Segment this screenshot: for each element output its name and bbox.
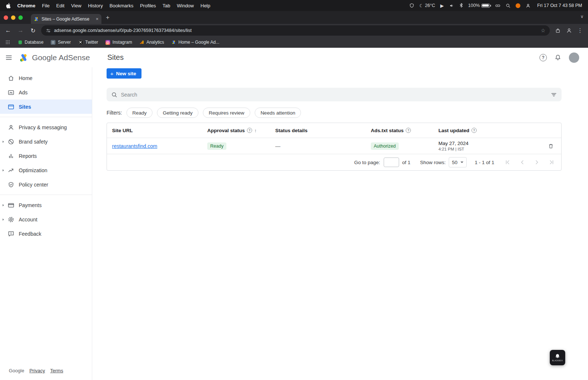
sidebar-item-brand-safety[interactable]: Brand safety (0, 134, 92, 149)
site-settings-icon[interactable] (46, 28, 51, 33)
sidebar-item-ads[interactable]: Ads (0, 85, 92, 99)
first-page-icon[interactable] (504, 159, 511, 166)
server-bookmark-icon (51, 40, 55, 45)
weather-status[interactable]: ☾ 26°C (419, 3, 435, 8)
bookmark-item[interactable]: Instagram (105, 40, 132, 45)
sidebar-item-optimization[interactable]: Optimization (0, 163, 92, 177)
battery-status[interactable]: 100% (468, 3, 490, 8)
menubar-item-history[interactable]: History (88, 3, 103, 8)
brand[interactable]: Google AdSense (19, 53, 90, 62)
filter-chip-getting-ready[interactable]: Getting ready (157, 108, 198, 118)
window-close-button[interactable] (4, 15, 8, 20)
browser-menu-icon[interactable]: ⋮ (577, 27, 583, 34)
sidebar-item-sites[interactable]: Sites (0, 99, 92, 114)
previous-page-icon[interactable] (519, 159, 526, 166)
bookmark-star-icon[interactable]: ☆ (541, 28, 545, 33)
rows-per-page-select[interactable]: 50 (449, 157, 467, 167)
tab-search-icon[interactable]: ∨ (580, 14, 584, 19)
filter-chip-needs-attention[interactable]: Needs attention (255, 108, 301, 118)
menubar-item-help[interactable]: Help (201, 3, 211, 8)
sidebar-item-label: Brand safety (19, 139, 48, 145)
last-page-icon[interactable] (548, 159, 555, 166)
back-icon[interactable]: ← (4, 27, 12, 34)
apple-logo-icon[interactable] (6, 3, 11, 8)
address-bar[interactable]: adsense.google.com/adsense/u/0/pub-23076… (41, 25, 550, 36)
pagination-range: 1 - 1 of 1 (475, 160, 494, 165)
volume-icon[interactable] (449, 3, 454, 8)
help-icon[interactable]: ? (472, 128, 477, 133)
sidebar-item-feedback[interactable]: Feedback (0, 227, 92, 241)
footer-privacy-link[interactable]: Privacy (29, 368, 45, 373)
window-zoom-button[interactable] (18, 15, 23, 20)
menubar-item-tab[interactable]: Tab (162, 3, 170, 8)
sidebar-item-home[interactable]: Home (0, 71, 92, 85)
forward-icon[interactable]: → (16, 27, 25, 34)
sidebar-item-label: Account (19, 217, 37, 222)
menubar-item-profiles[interactable]: Profiles (140, 3, 156, 8)
browser-profile-avatar[interactable] (566, 28, 572, 33)
help-icon[interactable]: ? (539, 54, 547, 61)
bookmark-item[interactable]: Home – Google Ad... (171, 40, 219, 45)
extensions-icon[interactable] (555, 28, 561, 33)
site-url-link[interactable]: restaurantsfind.com (112, 143, 207, 149)
menubar-app-name[interactable]: Chrome (17, 3, 35, 8)
column-approval-status[interactable]: Approval status ? ↑ (207, 128, 275, 133)
page-title: Sites (107, 53, 123, 62)
apps-grid-icon[interactable] (5, 40, 10, 45)
bluetooth-icon[interactable] (459, 3, 463, 8)
hamburger-menu-icon[interactable] (5, 54, 12, 61)
next-page-icon[interactable] (533, 159, 541, 166)
new-tab-button[interactable]: + (106, 14, 110, 21)
bookmark-item[interactable]: Analytics (139, 40, 164, 45)
menubar-clock[interactable]: Fri 17 Oct 7 43 58 PM (537, 3, 582, 8)
filter-icon[interactable] (551, 91, 557, 98)
user-avatar[interactable] (569, 53, 579, 63)
bookmark-item[interactable]: Database (18, 40, 43, 45)
help-icon[interactable]: ? (247, 128, 252, 133)
sidebar-item-reports[interactable]: Reports (0, 149, 92, 163)
column-last-updated[interactable]: Last updated ? (438, 128, 541, 133)
menubar-item-bookmarks[interactable]: Bookmarks (110, 3, 133, 8)
sidebar-item-account[interactable]: Account (0, 212, 92, 227)
filter-chip-ready[interactable]: Ready (126, 108, 153, 118)
url-text[interactable]: adsense.google.com/adsense/u/0/pub-23076… (54, 28, 538, 33)
delete-icon[interactable] (548, 143, 554, 149)
spotlight-search-icon[interactable] (506, 3, 510, 8)
sort-ascending-icon[interactable]: ↑ (254, 128, 257, 133)
search-bar[interactable] (107, 88, 562, 101)
footer-terms-link[interactable]: Terms (50, 368, 63, 373)
main-content: + New site Filters: Ready Getting ready (92, 67, 588, 380)
tab-close-icon[interactable]: × (96, 16, 98, 22)
media-play-icon[interactable]: ▶ (440, 3, 444, 8)
page-number-input[interactable] (384, 158, 399, 167)
sidebar-item-privacy-messaging[interactable]: Privacy & messaging (0, 120, 92, 134)
sidebar-item-policy-center[interactable]: Policy center (0, 177, 92, 192)
pagination-bar: Go to page: of 1 Show rows: 50 1 - 1 of … (107, 154, 561, 170)
twitter-bookmark-icon (78, 40, 83, 45)
bookmark-item[interactable]: Twitter (78, 40, 98, 45)
new-site-button[interactable]: + New site (107, 68, 141, 79)
user-switch-icon[interactable] (526, 3, 531, 8)
menubar-item-file[interactable]: File (42, 3, 50, 8)
reload-icon[interactable]: ↻ (29, 27, 37, 34)
menubar-item-view[interactable]: View (71, 3, 81, 8)
browser-tab-active[interactable]: Sites – Google AdSense × (31, 14, 101, 24)
app-status-icon[interactable] (516, 3, 520, 8)
shield-icon[interactable] (409, 3, 414, 8)
footer-google-label: Google (9, 368, 24, 373)
notifications-icon[interactable] (554, 54, 562, 61)
column-status-details[interactable]: Status details (275, 128, 371, 133)
menubar-item-edit[interactable]: Edit (56, 3, 64, 8)
link-icon[interactable] (495, 3, 501, 8)
sidebar-item-payments[interactable]: Payments (0, 198, 92, 212)
filter-chip-requires-review[interactable]: Requires review (203, 108, 250, 118)
column-ads-txt-status[interactable]: Ads.txt status ? (371, 128, 438, 133)
search-input[interactable] (121, 92, 547, 98)
policy-center-icon (7, 181, 15, 188)
help-icon[interactable]: ? (406, 128, 411, 133)
chevron-right-icon (3, 204, 4, 206)
menubar-item-window[interactable]: Window (177, 3, 194, 8)
column-site-url[interactable]: Site URL (112, 128, 207, 133)
window-minimize-button[interactable] (11, 15, 15, 20)
bookmark-item[interactable]: Server (51, 40, 71, 45)
